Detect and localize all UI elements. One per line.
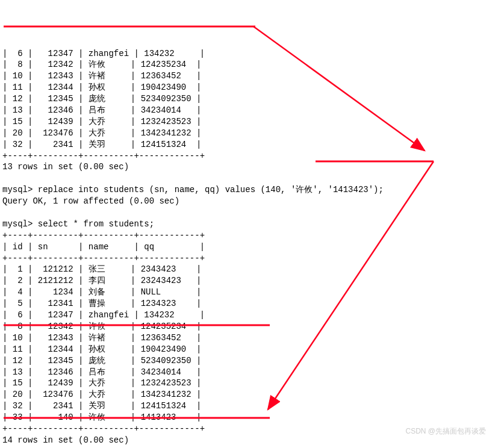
csdn-watermark: CSDN @先搞面包再谈爱 (405, 426, 486, 436)
terminal-output: | 6 | 12347 | zhangfei | 134232 | | 8 | … (2, 48, 502, 446)
